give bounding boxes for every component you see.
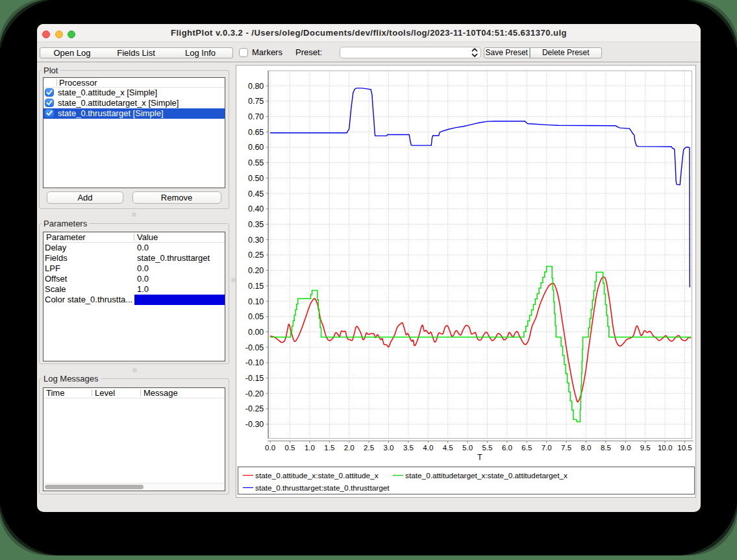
- svg-text:state_0.attitude_x:state_0.att: state_0.attitude_x:state_0.attitude_x: [255, 471, 379, 480]
- svg-text:0.25: 0.25: [248, 250, 264, 260]
- svg-text:2.0: 2.0: [344, 444, 355, 452]
- svg-text:0.55: 0.55: [248, 158, 264, 167]
- svg-text:0.80: 0.80: [248, 82, 264, 91]
- svg-text:state_0.thrusttarget:state_0.t: state_0.thrusttarget:state_0.thrusttarge…: [255, 483, 390, 493]
- svg-text:0.65: 0.65: [248, 128, 264, 137]
- svg-text:5.5: 5.5: [482, 444, 493, 452]
- svg-text:0.15: 0.15: [248, 282, 264, 291]
- svg-text:-0.15: -0.15: [245, 374, 264, 383]
- svg-text:5.0: 5.0: [462, 444, 473, 452]
- svg-text:4.0: 4.0: [423, 444, 433, 452]
- svg-text:6.0: 6.0: [502, 444, 512, 452]
- svg-text:4.5: 4.5: [443, 444, 453, 452]
- svg-text:9.5: 9.5: [640, 444, 651, 452]
- svg-text:10.5: 10.5: [677, 444, 692, 452]
- svg-text:0.30: 0.30: [248, 236, 264, 245]
- svg-text:T: T: [477, 453, 482, 462]
- svg-text:0.40: 0.40: [248, 204, 264, 213]
- svg-text:0.75: 0.75: [248, 97, 264, 106]
- svg-text:0.70: 0.70: [248, 112, 264, 121]
- svg-text:0.00: 0.00: [248, 328, 264, 337]
- svg-text:8.0: 8.0: [581, 444, 592, 452]
- svg-text:0.05: 0.05: [248, 312, 264, 321]
- svg-text:0.50: 0.50: [248, 174, 264, 183]
- svg-text:2.5: 2.5: [364, 444, 374, 452]
- svg-text:state_0.attitudetarget_x:state: state_0.attitudetarget_x:state_0.attitud…: [405, 471, 568, 480]
- svg-text:0.10: 0.10: [248, 297, 264, 306]
- svg-text:-0.30: -0.30: [245, 420, 264, 429]
- svg-text:7.0: 7.0: [542, 444, 552, 452]
- svg-text:8.5: 8.5: [601, 444, 611, 452]
- svg-text:7.5: 7.5: [561, 444, 571, 452]
- svg-text:-0.20: -0.20: [245, 389, 264, 398]
- svg-text:3.0: 3.0: [384, 444, 394, 452]
- svg-text:10.0: 10.0: [658, 444, 672, 452]
- svg-text:1.0: 1.0: [305, 444, 315, 452]
- svg-text:-0.25: -0.25: [245, 404, 264, 413]
- svg-text:3.5: 3.5: [403, 444, 414, 452]
- svg-text:-0.10: -0.10: [245, 358, 264, 367]
- svg-text:-0.05: -0.05: [245, 343, 264, 352]
- svg-text:9.0: 9.0: [620, 444, 631, 452]
- svg-text:0.0: 0.0: [265, 444, 275, 452]
- svg-text:0.60: 0.60: [248, 143, 264, 152]
- svg-text:0.35: 0.35: [248, 220, 264, 229]
- svg-text:1.5: 1.5: [324, 444, 334, 452]
- svg-text:0.45: 0.45: [248, 189, 264, 199]
- svg-text:0.20: 0.20: [248, 266, 264, 275]
- svg-text:0.5: 0.5: [285, 444, 295, 452]
- svg-text:6.5: 6.5: [521, 444, 532, 452]
